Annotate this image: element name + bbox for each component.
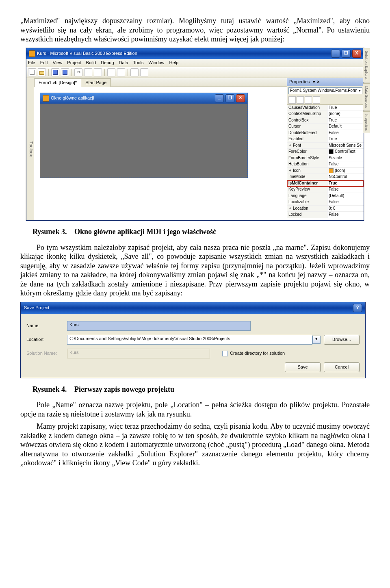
mdi-title: Okno główne aplikacji bbox=[51, 95, 94, 101]
property-toolbar bbox=[287, 95, 364, 105]
menu-debug[interactable]: Debug bbox=[101, 60, 114, 66]
properties-label: Properties bbox=[289, 79, 310, 85]
figure4-caption: Rysunek 4. Pierwszy zapis nowego projekt… bbox=[32, 385, 370, 394]
figure3-text: Okno główne aplikacji MDI i jego właściw… bbox=[74, 228, 216, 236]
property-row[interactable]: CausesValidationTrue bbox=[287, 105, 364, 111]
form-icon bbox=[43, 95, 49, 102]
location-dropdown-icon[interactable]: ▾ bbox=[312, 336, 321, 344]
menu-build[interactable]: Build bbox=[86, 60, 96, 66]
property-row[interactable]: ContextMenuStrip(none) bbox=[287, 111, 364, 117]
stop-icon[interactable] bbox=[140, 68, 148, 76]
menu-tools[interactable]: Tools bbox=[133, 60, 144, 66]
save-all-icon[interactable] bbox=[61, 68, 69, 76]
property-row[interactable]: CursorDefault bbox=[287, 124, 364, 130]
side-tab-properties[interactable]: Properties bbox=[363, 111, 370, 134]
create-directory-label: Create directory for solution bbox=[230, 351, 285, 356]
property-row[interactable]: Language(Default) bbox=[287, 193, 364, 200]
location-input[interactable]: C:\Documents and Settings\wblajda\Moje d… bbox=[67, 335, 312, 345]
dialog-titlebar: Save Project ? bbox=[21, 302, 365, 314]
ide-titlebar: Kurs - Microsoft Visual Basic 2008 Expre… bbox=[26, 48, 364, 59]
property-row[interactable]: +Location0; 0 bbox=[287, 206, 364, 212]
paragraph-intro: „Maximized" największy dopuszczalny rozm… bbox=[20, 16, 370, 44]
save-button[interactable]: Save bbox=[285, 362, 321, 372]
cut-icon[interactable] bbox=[74, 68, 82, 76]
document-tab[interactable]: Form1.vb [Design]* bbox=[34, 78, 81, 87]
menu-view[interactable]: View bbox=[53, 60, 63, 66]
property-grid[interactable]: CausesValidationTrueContextMenuStrip(non… bbox=[287, 105, 364, 221]
new-icon[interactable] bbox=[28, 68, 36, 76]
paragraph-code: Mamy projekt zapisany, więc teraz przech… bbox=[20, 422, 370, 468]
side-tab-data-sources[interactable]: Data Sources bbox=[363, 83, 370, 111]
property-row[interactable]: ImeModeNoControl bbox=[287, 174, 364, 180]
property-object-combo[interactable]: Form1 System.Windows.Forms.Form ▾ bbox=[288, 87, 362, 94]
figure4-label: Rysunek 4. bbox=[32, 385, 67, 393]
menu-window[interactable]: Window bbox=[148, 60, 164, 66]
menu-data[interactable]: Data bbox=[119, 60, 128, 66]
properties-panel-title: Properties ▾ × bbox=[287, 78, 364, 86]
solution-name-label: Solution Name: bbox=[26, 351, 67, 356]
paste-icon[interactable] bbox=[94, 68, 102, 76]
create-directory-checkbox[interactable] bbox=[222, 351, 228, 356]
paragraph-save: Po tym wszystkim należałoby zapisać proj… bbox=[20, 243, 370, 298]
mdi-form[interactable]: Okno główne aplikacji _ ❐ X bbox=[40, 93, 248, 178]
property-row[interactable]: LocalizableFalse bbox=[287, 199, 364, 206]
menu-help[interactable]: Help bbox=[169, 60, 179, 66]
ide-title: Kurs - Microsoft Visual Basic 2008 Expre… bbox=[37, 51, 137, 56]
property-row[interactable]: ForeColorControlText bbox=[287, 149, 364, 155]
save-project-dialog: Save Project ? Name: Kurs Location: C:\D… bbox=[20, 302, 366, 378]
document-tab[interactable]: Start Page bbox=[81, 78, 111, 87]
help-button[interactable]: ? bbox=[353, 304, 362, 312]
property-row[interactable]: IsMdiContainerTrue bbox=[287, 180, 364, 187]
ide-screenshot: Kurs - Microsoft Visual Basic 2008 Expre… bbox=[20, 48, 370, 221]
app-icon bbox=[29, 50, 35, 57]
property-row[interactable]: ControlBoxTrue bbox=[287, 117, 364, 124]
alphabetical-icon[interactable] bbox=[297, 96, 304, 104]
menu-edit[interactable]: Edit bbox=[40, 60, 48, 66]
property-row[interactable]: HelpButtonFalse bbox=[287, 161, 364, 168]
property-row[interactable]: KeyPreviewFalse bbox=[287, 187, 364, 193]
run-icon[interactable] bbox=[130, 68, 139, 76]
solution-name-input: Kurs bbox=[67, 349, 210, 358]
minimize-button[interactable]: _ bbox=[331, 50, 340, 58]
events-icon[interactable] bbox=[313, 96, 320, 104]
design-surface[interactable]: Okno główne aplikacji _ ❐ X bbox=[34, 87, 287, 220]
mdi-close-button[interactable]: X bbox=[236, 94, 245, 102]
property-row[interactable]: LockedFalse bbox=[287, 212, 364, 218]
menu-project[interactable]: Project bbox=[67, 60, 81, 66]
location-label: Location: bbox=[26, 337, 67, 343]
figure3-caption: Rysunek 3. Okno główne aplikacji MDI i j… bbox=[32, 227, 370, 237]
categorized-icon[interactable] bbox=[288, 96, 296, 104]
ide-toolbar bbox=[26, 67, 364, 78]
property-row[interactable]: DoubleBufferedFalse bbox=[287, 130, 364, 137]
dialog-title: Save Project bbox=[24, 305, 49, 311]
undo-icon[interactable] bbox=[107, 68, 115, 76]
property-row[interactable]: +FontMicrosoft Sans Se bbox=[287, 143, 364, 149]
close-button[interactable]: X bbox=[352, 50, 361, 58]
menu-file[interactable]: File bbox=[28, 60, 35, 66]
property-row[interactable]: FormBorderStyleSizable bbox=[287, 155, 364, 162]
name-input[interactable]: Kurs bbox=[67, 321, 251, 331]
property-row[interactable]: EnabledTrue bbox=[287, 136, 364, 143]
mdi-minimize-button[interactable]: _ bbox=[215, 94, 224, 102]
ide-tabs: Form1.vb [Design]*Start Page bbox=[34, 78, 287, 87]
ide-menu: FileEditViewProjectBuildDebugDataToolsWi… bbox=[26, 59, 364, 67]
open-icon[interactable] bbox=[38, 68, 46, 76]
mdi-maximize-button[interactable]: ❐ bbox=[225, 94, 234, 102]
side-tab-solution-explorer[interactable]: Solution Explorer bbox=[363, 48, 370, 82]
property-object-text: Form1 System.Windows.Forms.Form bbox=[290, 88, 358, 93]
redo-icon[interactable] bbox=[117, 68, 125, 76]
copy-icon[interactable] bbox=[84, 68, 92, 76]
save-icon[interactable] bbox=[51, 68, 59, 76]
name-label: Name: bbox=[26, 323, 67, 329]
browse-button[interactable]: Browse... bbox=[324, 335, 360, 345]
figure4-text: Pierwszy zapis nowego projektu bbox=[74, 385, 174, 393]
toolbox-tab[interactable]: Toolbox bbox=[26, 78, 34, 220]
cancel-button[interactable]: Cancel bbox=[324, 362, 360, 372]
property-row[interactable]: +Icon(Icon) bbox=[287, 168, 364, 174]
panel-dropdown-icon[interactable]: ▾ bbox=[313, 79, 315, 85]
maximize-button[interactable]: ❐ bbox=[342, 50, 351, 58]
paragraph-name-location: Pole „Name" oznacza nazwę projektu, pole… bbox=[20, 400, 370, 419]
figure3-label: Rysunek 3. bbox=[32, 228, 67, 236]
panel-close-icon[interactable]: × bbox=[317, 79, 319, 85]
properties-icon[interactable] bbox=[305, 96, 312, 104]
